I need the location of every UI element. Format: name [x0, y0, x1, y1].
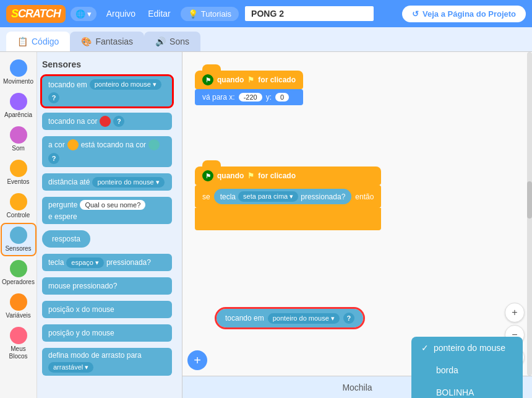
block-cor-tocando-row: a cor está tocando na cor ? [42, 134, 177, 169]
meus-blocos-dot [10, 327, 27, 344]
dropdown-item-borda[interactable]: borda [411, 359, 523, 381]
block-tocando-na-cor-row: tocando na cor ? [42, 111, 177, 132]
project-name-input[interactable] [244, 5, 375, 22]
category-som[interactable]: Som [2, 124, 35, 155]
dropdown-distancia[interactable]: ponteiro do mouse ▾ [92, 177, 164, 188]
editar-menu[interactable]: Editar [143, 6, 176, 21]
dropdown-popup: ✓ ponteiro do mouse borda BOLINHA [411, 337, 523, 398]
block-posicao-y-row: posição y do mouse [42, 322, 177, 344]
category-movimento[interactable]: Movimento [2, 57, 35, 88]
categoria-controle-label: Controle [7, 212, 30, 219]
block-tocando-em-row: tocando em ponteiro do mouse ▾ ? [42, 74, 177, 108]
zoom-in-button[interactable]: + [505, 303, 525, 322]
topbar-menu: Arquivo Editar [101, 6, 176, 21]
tabs-bar: 📋 Código 🎨 Fantasias 🔊 Sons [0, 27, 532, 52]
flag-icon-1: ⚑ [202, 74, 213, 85]
dropdown-ponteiro-script[interactable]: ponteiro do mouse ▾ [268, 313, 340, 324]
aparencia-dot [10, 93, 27, 110]
chevron-down-icon: ▾ [87, 9, 92, 19]
category-sensores[interactable]: Sensores [2, 224, 35, 255]
tutorials-button[interactable]: 💡 Tutoriais [181, 7, 239, 21]
categoria-operadores-label: Operadores [2, 279, 35, 286]
tab-sons[interactable]: 🔊 Sons [144, 32, 200, 51]
block-resposta[interactable]: resposta [42, 230, 90, 248]
x-value-input[interactable]: -220 [239, 93, 262, 102]
category-controle[interactable]: Controle [2, 191, 35, 222]
topbar: SCRATCH 🌐 ▾ Arquivo Editar 💡 Tutoriais ↺… [0, 0, 532, 27]
block-distancia-row: distância até ponteiro do mouse ▾ [42, 171, 177, 193]
sensores-dot [10, 227, 27, 244]
sensing-tocando-em-script[interactable]: tocando em ponteiro do mouse ▾ ? [217, 309, 363, 327]
block-pergunte[interactable]: pergunte Qual o seu nome? e espere [42, 197, 172, 224]
blocks-panel-title: Sensores [42, 59, 177, 69]
categoria-meus-blocos-label: Meus Blocos [4, 345, 33, 360]
hat-block-2[interactable]: ⚑ quando ⚑ for clicado [195, 167, 381, 185]
block-mouse-pressionado[interactable]: mouse pressionado? [42, 277, 172, 295]
block-posicao-y[interactable]: posição y do mouse [42, 324, 172, 342]
block-pergunte-row: pergunte Qual o seu nome? e espere [42, 195, 177, 226]
arquivo-menu[interactable]: Arquivo [101, 6, 140, 21]
block-tecla[interactable]: tecla espaço ▾ pressionada? [42, 254, 172, 271]
control-se-block[interactable]: se tecla seta para cima ▾ pressionada? e… [195, 185, 381, 208]
category-aparencia[interactable]: Aparência [2, 90, 35, 121]
motion-block-1[interactable]: vá para x: -220 y: 0 [195, 89, 303, 105]
controle-dot [10, 193, 27, 210]
category-variaveis[interactable]: Variáveis [2, 291, 35, 322]
dropdown-tecla[interactable]: espaço ▾ [66, 257, 104, 268]
category-eventos[interactable]: Eventos [2, 157, 35, 188]
checkmark-icon: ✓ [421, 343, 429, 353]
script-area[interactable]: ⚑ quando ⚑ for clicado vá para x: -220 y… [182, 52, 532, 398]
dropdown-arrasto[interactable]: arrastável ▾ [48, 362, 93, 373]
script-2: ⚑ quando ⚑ for clicado se tecla seta par… [195, 167, 381, 230]
color-swatch-teal[interactable] [148, 139, 160, 150]
category-operadores[interactable]: Operadores [2, 257, 35, 288]
globe-language-button[interactable]: 🌐 ▾ [71, 7, 97, 21]
block-tecla-row: tecla espaço ▾ pressionada? [42, 252, 177, 273]
block-tocando-na-cor[interactable]: tocando na cor ? [42, 113, 172, 130]
dropdown-item-bolinha[interactable]: BOLINHA [411, 381, 523, 398]
dropdown-ponteiro[interactable]: ponteiro do mouse ▾ [90, 79, 161, 90]
block-tocando-em[interactable]: tocando em ponteiro do mouse ▾ ? [42, 76, 172, 106]
operadores-dot [10, 260, 27, 277]
block-posicao-x-row: posição x do mouse [42, 299, 177, 320]
block-posicao-x[interactable]: posição x do mouse [42, 301, 172, 318]
pergunte-input[interactable]: Qual o seu nome? [80, 200, 145, 210]
costume-icon: 🎨 [81, 37, 92, 46]
code-icon: 📋 [17, 37, 28, 46]
view-project-button[interactable]: ↺ Veja a Página do Projeto [402, 6, 526, 22]
y-value-input[interactable]: 0 [275, 93, 289, 102]
flag-icon-2: ⚑ [202, 170, 213, 181]
eventos-dot [10, 160, 27, 177]
script-1: ⚑ quando ⚑ for clicado vá para x: -220 y… [195, 71, 303, 105]
main-area: Movimento Aparência Som Eventos Controle… [0, 52, 532, 398]
categoria-variaveis-label: Variáveis [6, 312, 30, 319]
color-swatch-orange[interactable] [67, 139, 79, 150]
movimento-dot [10, 59, 27, 77]
color-swatch-red[interactable] [100, 116, 111, 127]
control-body [195, 208, 381, 230]
categoria-aparencia-label: Aparência [4, 111, 32, 119]
categoria-sensores-label: Sensores [5, 245, 31, 253]
block-resposta-row: resposta [42, 228, 177, 249]
block-mouse-pressionado-row: mouse pressionado? [42, 275, 177, 296]
dropdown-item-ponteiro[interactable]: ✓ ponteiro do mouse [411, 337, 523, 359]
refresh-icon: ↺ [412, 9, 419, 19]
categoria-eventos-label: Eventos [7, 178, 29, 186]
vertical-scrollbar[interactable] [527, 52, 532, 376]
blocks-panel: Sensores tocando em ponteiro do mouse ▾ … [37, 52, 182, 398]
categories-panel: Movimento Aparência Som Eventos Controle… [0, 52, 37, 398]
sensing-tecla-inline[interactable]: tecla seta para cima ▾ pressionada? [214, 189, 352, 204]
block-distancia-ate[interactable]: distância até ponteiro do mouse ▾ [42, 173, 172, 191]
category-meus-blocos[interactable]: Meus Blocos [2, 324, 35, 363]
tab-fantasias[interactable]: 🎨 Fantasias [70, 32, 144, 51]
sound-icon: 🔊 [155, 37, 166, 46]
hat-block-1[interactable]: ⚑ quando ⚑ for clicado [195, 71, 303, 89]
scrollbar-thumb[interactable] [527, 181, 532, 218]
mochila-label: Mochila [342, 383, 372, 392]
add-block-button[interactable]: + [187, 350, 207, 370]
categoria-movimento-label: Movimento [3, 78, 33, 85]
tab-codigo[interactable]: 📋 Código [6, 32, 70, 51]
block-cor-tocando[interactable]: a cor está tocando na cor ? [42, 136, 172, 167]
dropdown-key[interactable]: seta para cima ▾ [238, 191, 298, 202]
block-defina-modo[interactable]: defina modo de arrasto para arrastável ▾ [42, 348, 172, 376]
